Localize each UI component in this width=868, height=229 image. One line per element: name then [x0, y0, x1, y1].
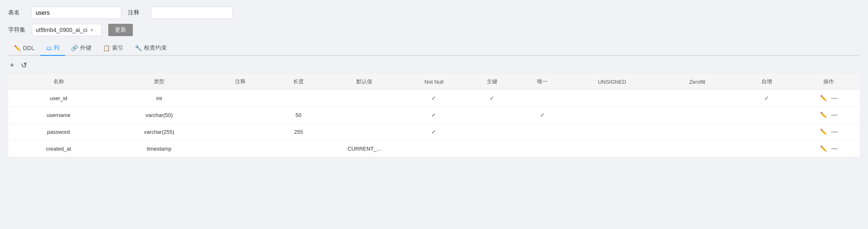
cell-action: ✏️ — — [798, 124, 860, 140]
cell-primary — [465, 107, 519, 124]
cell-action: ✏️ — — [798, 90, 860, 107]
tab-ddl[interactable]: ✏️ DDL — [8, 41, 40, 55]
cell-zerofill — [658, 107, 736, 124]
delete-row-button[interactable]: — — [830, 110, 838, 119]
table-row: user_id int ✓ ✓ ✓ ✏️ — — [8, 90, 860, 107]
cell-notnull — [403, 140, 465, 157]
table-name-label: 表名 — [8, 9, 25, 16]
cell-default: CURRENT_... — [326, 140, 403, 157]
charset-select[interactable]: utf8mb4_0900_ai_ci ▼ — [32, 24, 102, 36]
check-icon: ✓ — [540, 112, 545, 118]
tab-columns-label: 列 — [54, 44, 59, 52]
cell-unsigned — [565, 90, 658, 107]
cell-comment — [210, 90, 271, 107]
col-header-action: 操作 — [798, 74, 860, 90]
cell-action: ✏️ — — [798, 140, 860, 157]
cell-name: user_id — [8, 90, 109, 107]
cell-length — [271, 140, 326, 157]
toolbar: + ↺ — [8, 56, 860, 74]
cell-autoincr — [736, 124, 798, 140]
foreignkeys-icon: 🔗 — [71, 45, 78, 51]
col-header-type: 类型 — [109, 74, 209, 90]
tab-indexes-label: 索引 — [112, 44, 123, 52]
cell-unsigned — [565, 124, 658, 140]
table-header-row: 名称 类型 注释 长度 默认值 Not Null 主键 唯一 UNSIGNED … — [8, 74, 860, 90]
check-icon: ✓ — [764, 95, 769, 101]
cell-name: created_at — [8, 140, 109, 157]
col-header-unique: 唯一 — [519, 74, 565, 90]
charset-value: utf8mb4_0900_ai_ci — [36, 27, 87, 33]
cell-comment — [210, 140, 271, 157]
cell-default — [326, 124, 403, 140]
columns-table: 名称 类型 注释 长度 默认值 Not Null 主键 唯一 UNSIGNED … — [8, 74, 860, 157]
cell-length: 255 — [271, 124, 326, 140]
cell-autoincr: ✓ — [736, 90, 798, 107]
cell-name: password — [8, 124, 109, 140]
cell-unsigned — [565, 140, 658, 157]
edit-row-button[interactable]: ✏️ — [819, 144, 828, 153]
edit-row-button[interactable]: ✏️ — [819, 111, 828, 119]
add-row-button[interactable]: + — [8, 60, 16, 71]
cell-length — [271, 90, 326, 107]
cell-unique — [519, 90, 565, 107]
tabs-row: ✏️ DDL 🗂 列 🔗 外键 📋 索引 🔧 检查约束 — [8, 41, 860, 56]
tab-constraints[interactable]: 🔧 检查约束 — [129, 41, 173, 56]
cell-zerofill — [658, 90, 736, 107]
cell-type: timestamp — [109, 140, 209, 157]
comment-input[interactable] — [151, 7, 233, 19]
check-icon: ✓ — [431, 95, 436, 101]
cell-notnull: ✓ — [403, 90, 465, 107]
cell-unique: ✓ — [519, 107, 565, 124]
col-header-autoincr: 自增 — [736, 74, 798, 90]
tab-columns[interactable]: 🗂 列 — [40, 41, 65, 56]
cell-primary — [465, 140, 519, 157]
edit-row-button[interactable]: ✏️ — [819, 128, 828, 136]
check-icon: ✓ — [431, 112, 436, 118]
delete-row-button[interactable]: — — [830, 94, 838, 103]
tab-constraints-label: 检查约束 — [144, 44, 167, 52]
cell-unsigned — [565, 107, 658, 124]
delete-row-button[interactable]: — — [830, 127, 838, 136]
comment-label: 注释 — [128, 9, 144, 16]
reset-button[interactable]: ↺ — [19, 60, 29, 71]
cell-unique — [519, 140, 565, 157]
cell-type: int — [109, 90, 209, 107]
cell-notnull: ✓ — [403, 107, 465, 124]
cell-zerofill — [658, 124, 736, 140]
cell-comment — [210, 107, 271, 124]
check-icon: ✓ — [490, 95, 494, 101]
tab-indexes[interactable]: 📋 索引 — [97, 41, 129, 56]
charset-label: 字符集 — [8, 26, 25, 34]
tab-foreignkeys[interactable]: 🔗 外键 — [65, 41, 97, 56]
chevron-down-icon: ▼ — [90, 28, 94, 32]
cell-comment — [210, 124, 271, 140]
col-header-zerofill: Zerofill — [658, 74, 736, 90]
cell-name: username — [8, 107, 109, 124]
cell-type: varchar(255) — [109, 124, 209, 140]
cell-zerofill — [658, 140, 736, 157]
col-header-primary: 主键 — [465, 74, 519, 90]
col-header-comment: 注释 — [210, 74, 271, 90]
cell-default — [326, 107, 403, 124]
cell-action: ✏️ — — [798, 107, 860, 124]
cell-primary: ✓ — [465, 90, 519, 107]
col-header-name: 名称 — [8, 74, 109, 90]
table-name-input[interactable] — [31, 7, 121, 19]
cell-primary — [465, 124, 519, 140]
tab-foreignkeys-label: 外键 — [80, 44, 91, 52]
cell-unique — [519, 124, 565, 140]
col-header-default: 默认值 — [326, 74, 403, 90]
table-row: created_at timestamp CURRENT_... ✏️ — — [8, 140, 860, 157]
cell-autoincr — [736, 140, 798, 157]
col-header-length: 长度 — [271, 74, 326, 90]
edit-row-button[interactable]: ✏️ — [819, 94, 828, 102]
indexes-icon: 📋 — [103, 45, 110, 51]
delete-row-button[interactable]: — — [830, 144, 838, 153]
columns-icon: 🗂 — [46, 45, 52, 51]
cell-notnull: ✓ — [403, 124, 465, 140]
col-header-unsigned: UNSIGNED — [565, 74, 658, 90]
table-row: password varchar(255) 255 ✓ ✏️ — — [8, 124, 860, 140]
check-icon: ✓ — [431, 128, 436, 135]
update-button[interactable]: 更新 — [108, 24, 133, 36]
constraints-icon: 🔧 — [135, 45, 142, 51]
